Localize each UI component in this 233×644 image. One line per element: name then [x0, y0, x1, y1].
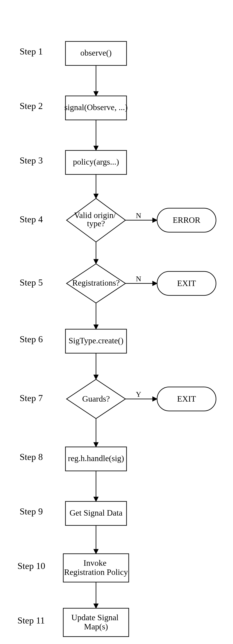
step-7-label: Step 7 — [20, 393, 43, 403]
step-4-label: Step 4 — [20, 214, 43, 224]
svg-text:Registrations?: Registrations? — [72, 278, 120, 287]
svg-text:Get Signal Data: Get Signal Data — [70, 508, 123, 517]
node-handle-sig: reg.h.handle(sig) — [66, 447, 127, 471]
step-6-label: Step 6 — [20, 334, 43, 344]
svg-text:Guards?: Guards? — [82, 394, 110, 403]
step-1-label: Step 1 — [20, 46, 43, 56]
svg-text:observe(): observe() — [80, 48, 111, 58]
step-11-label: Step 11 — [18, 616, 45, 626]
step-9-label: Step 9 — [20, 506, 43, 516]
svg-text:EXIT: EXIT — [177, 278, 196, 288]
node-signal: signal(Observe, ...) — [64, 96, 128, 120]
terminator-error: ERROR — [157, 208, 216, 232]
step-8-label: Step 8 — [20, 452, 43, 462]
step-10-label: Step 10 — [18, 561, 45, 571]
edge-7-y: Y — [136, 390, 141, 398]
node-invoke-registration-policy: Invoke Registration Policy — [63, 554, 129, 582]
svg-text:EXIT: EXIT — [177, 394, 196, 403]
node-get-signal-data: Get Signal Data — [66, 502, 127, 526]
svg-text:reg.h.handle(sig): reg.h.handle(sig) — [68, 454, 124, 463]
node-policy: policy(args...) — [66, 150, 127, 174]
edge-5-n: N — [136, 275, 141, 283]
node-update-signal-map: Update Signal Map(s) — [63, 608, 129, 636]
node-guards: Guards? — [67, 379, 125, 418]
step-5-label: Step 5 — [20, 278, 43, 288]
node-registrations: Registrations? — [67, 264, 125, 303]
svg-text:policy(args...): policy(args...) — [73, 157, 119, 166]
svg-text:ERROR: ERROR — [173, 216, 200, 224]
terminator-exit-2: EXIT — [157, 387, 216, 411]
step-3-label: Step 3 — [20, 156, 43, 166]
terminator-exit-1: EXIT — [157, 272, 216, 296]
node-sigtype-create: SigType.create() — [66, 329, 127, 353]
svg-text:SigType.create(): SigType.create() — [69, 336, 123, 345]
svg-text:signal(Observe, ...): signal(Observe, ...) — [64, 103, 128, 112]
step-2-label: Step 2 — [20, 101, 43, 111]
edge-4-n: N — [136, 212, 141, 220]
node-valid-origin: Valid origin/ type? — [67, 198, 125, 242]
node-observe: observe() — [66, 42, 127, 66]
